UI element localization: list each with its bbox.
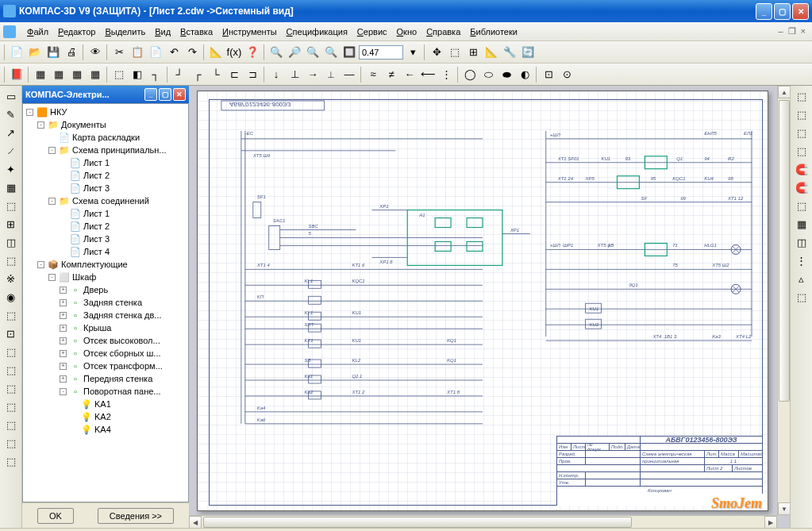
tb1-btn-12[interactable]: ❓ — [244, 44, 261, 61]
tb1-btn-8[interactable]: ↶ — [165, 44, 183, 61]
expand-icon[interactable]: + — [60, 337, 67, 344]
tree-node-23[interactable]: 💡KA1 — [25, 398, 187, 410]
tb2-btn-3[interactable]: ▦ — [68, 66, 86, 83]
expand-icon[interactable]: - — [37, 121, 44, 129]
tree-node-17[interactable]: +▫Крыша — [25, 321, 187, 334]
tb2-btn-15[interactable]: → — [304, 66, 321, 83]
tb2-btn-5[interactable]: ⬚ — [110, 66, 128, 83]
right-tool-6[interactable]: ⬚ — [792, 197, 811, 214]
menu-сервис[interactable]: Сервис — [352, 25, 392, 39]
left-tool-5[interactable]: ▦ — [2, 179, 21, 196]
tb2-btn-19[interactable]: ≠ — [383, 66, 400, 83]
tree-node-0[interactable]: -🟧НКУ — [25, 106, 187, 118]
minimize-button[interactable]: _ — [756, 3, 772, 20]
left-tool-18[interactable]: ⬚ — [2, 416, 21, 433]
tb2-btn-18[interactable]: ≈ — [364, 66, 382, 83]
left-tool-1[interactable]: ✎ — [2, 106, 21, 123]
zoom-input[interactable] — [359, 45, 403, 60]
menu-файл[interactable]: Файл — [22, 25, 53, 39]
doc-minimize-icon[interactable]: – — [778, 26, 783, 37]
zoom-btn-3[interactable]: 🔍 — [322, 44, 340, 61]
doc-close-icon[interactable]: × — [801, 26, 806, 37]
panel-close-button[interactable]: ✕ — [173, 88, 186, 101]
tb2-btn-6[interactable]: ◧ — [129, 66, 146, 83]
tb2-btn-23[interactable]: ◯ — [461, 66, 479, 83]
expand-icon[interactable]: - — [48, 198, 56, 205]
left-tool-10[interactable]: ※ — [2, 270, 21, 287]
tb2-btn-26[interactable]: ◐ — [516, 66, 533, 83]
tree-node-18[interactable]: +▫Отсек высоковол... — [25, 334, 187, 347]
tb2-btn-16[interactable]: ⟂ — [322, 66, 340, 83]
expand-icon[interactable]: - — [37, 261, 44, 268]
left-tool-15[interactable]: ⬚ — [2, 361, 21, 379]
scroll-left-button[interactable]: ◀ — [189, 516, 202, 528]
expand-icon[interactable]: + — [60, 375, 67, 383]
tb2-btn-22[interactable]: ⋮ — [437, 66, 455, 83]
tb1-btn-5[interactable]: ✂ — [110, 44, 128, 61]
tb2-btn-2[interactable]: ▦ — [50, 66, 67, 83]
tree-node-20[interactable]: +▫Отсек трансформ... — [25, 360, 187, 372]
tree-view[interactable]: -🟧НКУ-📁Документы📄Карта раскладки-📁Схема … — [22, 103, 189, 502]
scroll-up-button[interactable]: ▲ — [778, 86, 790, 98]
zoom-dropdown[interactable]: ▾ — [404, 44, 421, 61]
tree-node-12[interactable]: -📦Комплектующие — [25, 258, 187, 271]
left-tool-6[interactable]: ⬚ — [2, 197, 21, 214]
left-tool-13[interactable]: ⊡ — [2, 325, 21, 342]
scroll-thumb-v[interactable] — [779, 100, 790, 402]
tree-node-3[interactable]: -📁Схема принципиальн... — [25, 144, 187, 156]
tree-node-22[interactable]: -▫Поворотная пане... — [25, 385, 187, 398]
left-tool-8[interactable]: ◫ — [2, 233, 21, 251]
right-tool-9[interactable]: ⋮ — [792, 252, 811, 269]
tree-node-10[interactable]: 📄Лист 3 — [25, 233, 187, 245]
tb1-btn-1[interactable]: 📂 — [26, 44, 44, 61]
tb2-btn-12[interactable]: ⊐ — [244, 66, 261, 83]
tb1-btn-2[interactable]: 💾 — [44, 44, 62, 61]
tree-node-9[interactable]: 📄Лист 2 — [25, 220, 187, 233]
left-tool-0[interactable]: ▭ — [2, 87, 21, 105]
left-tool-19[interactable]: ⬚ — [2, 434, 21, 452]
expand-icon[interactable]: + — [60, 287, 67, 294]
tree-node-8[interactable]: 📄Лист 1 — [25, 207, 187, 220]
tb2-btn-28[interactable]: ⊙ — [558, 66, 575, 83]
tree-node-15[interactable]: +▫Задняя стенка — [25, 296, 187, 309]
tree-node-4[interactable]: 📄Лист 1 — [25, 156, 187, 169]
left-tool-9[interactable]: ⬚ — [2, 252, 21, 269]
scroll-down-button[interactable]: ▼ — [778, 502, 790, 515]
left-tool-16[interactable]: ⬚ — [2, 379, 21, 397]
doc-restore-icon[interactable]: ❐ — [788, 26, 796, 37]
info-button[interactable]: Сведения >> — [98, 508, 174, 524]
expand-icon[interactable]: - — [48, 274, 56, 281]
menu-вставка[interactable]: Вставка — [175, 25, 217, 39]
expand-icon[interactable]: + — [60, 363, 67, 370]
tb1-btn-9[interactable]: ↷ — [183, 44, 201, 61]
scroll-right-button[interactable]: ▶ — [764, 516, 777, 528]
ok-button[interactable]: OK — [37, 508, 74, 524]
expand-icon[interactable]: + — [60, 299, 67, 306]
right-tool-11[interactable]: ⬚ — [792, 288, 811, 306]
left-tool-14[interactable]: ⬚ — [2, 343, 21, 360]
tb1-btn-3[interactable]: 🖨 — [63, 44, 80, 61]
view-btn-0[interactable]: ✥ — [428, 44, 445, 61]
view-btn-3[interactable]: 📐 — [483, 44, 500, 61]
tree-node-6[interactable]: 📄Лист 3 — [25, 182, 187, 194]
expand-icon[interactable]: - — [26, 109, 33, 116]
tb2-btn-20[interactable]: ← — [401, 66, 418, 83]
menu-библиотеки[interactable]: Библиотеки — [465, 25, 522, 39]
zoom-btn-1[interactable]: 🔎 — [286, 44, 303, 61]
tb2-btn-14[interactable]: ⊥ — [286, 66, 303, 83]
maximize-button[interactable]: ▢ — [774, 3, 791, 20]
tb2-btn-24[interactable]: ⬭ — [479, 66, 497, 83]
tree-node-21[interactable]: +▫Передняя стенка — [25, 372, 187, 385]
drawing-canvas[interactable]: АБВГ0123456-800ЭЗ -ECXT5 Ш9 SF1 SAC1 SBC… — [189, 86, 790, 528]
right-tool-3[interactable]: ⬚ — [792, 142, 811, 160]
tb2-btn-1[interactable]: ▦ — [32, 66, 49, 83]
tree-node-14[interactable]: +▫Дверь — [25, 283, 187, 296]
close-button[interactable]: ✕ — [792, 3, 809, 20]
view-btn-5[interactable]: 🔄 — [519, 44, 537, 61]
view-btn-1[interactable]: ⬚ — [446, 44, 464, 61]
right-tool-8[interactable]: ◫ — [792, 233, 811, 251]
view-btn-2[interactable]: ⊞ — [464, 44, 482, 61]
tree-node-2[interactable]: 📄Карта раскладки — [25, 131, 187, 144]
tb2-btn-7[interactable]: ┐ — [147, 66, 164, 83]
right-tool-5[interactable]: 🧲 — [792, 179, 811, 196]
